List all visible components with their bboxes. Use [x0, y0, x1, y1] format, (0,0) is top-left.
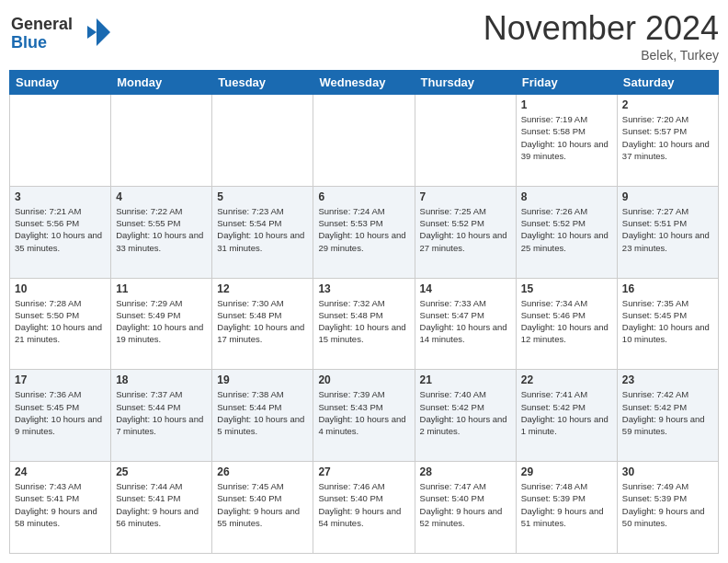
page: General Blue November 2024 Belek, Turkey… — [0, 0, 728, 563]
day-info: Sunrise: 7:33 AMSunset: 5:47 PMDaylight:… — [420, 297, 511, 346]
day-number: 15 — [521, 282, 612, 295]
day-info: Sunrise: 7:42 AMSunset: 5:42 PMDaylight:… — [622, 388, 713, 437]
day-info: Sunrise: 7:37 AMSunset: 5:44 PMDaylight:… — [116, 388, 207, 437]
day-info: Sunrise: 7:47 AMSunset: 5:40 PMDaylight:… — [420, 480, 511, 529]
col-wednesday: Wednesday — [313, 71, 415, 95]
day-number: 23 — [622, 373, 713, 386]
day-number: 9 — [622, 190, 713, 203]
calendar-cell: 25Sunrise: 7:44 AMSunset: 5:41 PMDayligh… — [111, 462, 212, 554]
calendar-cell: 30Sunrise: 7:49 AMSunset: 5:39 PMDayligh… — [617, 462, 718, 554]
day-info: Sunrise: 7:40 AMSunset: 5:42 PMDaylight:… — [420, 388, 511, 437]
day-number: 7 — [420, 190, 511, 203]
col-monday: Monday — [111, 71, 212, 95]
day-number: 3 — [15, 190, 106, 203]
calendar-cell: 28Sunrise: 7:47 AMSunset: 5:40 PMDayligh… — [415, 462, 516, 554]
calendar-cell: 29Sunrise: 7:48 AMSunset: 5:39 PMDayligh… — [516, 462, 617, 554]
calendar-body: 1Sunrise: 7:19 AMSunset: 5:58 PMDaylight… — [10, 95, 719, 554]
day-info: Sunrise: 7:22 AMSunset: 5:55 PMDaylight:… — [116, 205, 207, 254]
calendar-cell: 13Sunrise: 7:32 AMSunset: 5:48 PMDayligh… — [313, 278, 415, 370]
day-number: 2 — [622, 98, 713, 111]
col-friday: Friday — [516, 71, 617, 95]
day-info: Sunrise: 7:21 AMSunset: 5:56 PMDaylight:… — [15, 205, 106, 254]
calendar-cell: 15Sunrise: 7:34 AMSunset: 5:46 PMDayligh… — [516, 278, 617, 370]
calendar-cell: 18Sunrise: 7:37 AMSunset: 5:44 PMDayligh… — [111, 370, 212, 462]
logo-icon: General Blue — [9, 9, 110, 55]
calendar-cell — [212, 95, 313, 187]
day-number: 13 — [318, 282, 409, 295]
calendar-week-4: 17Sunrise: 7:36 AMSunset: 5:45 PMDayligh… — [10, 370, 719, 462]
day-info: Sunrise: 7:44 AMSunset: 5:41 PMDaylight:… — [116, 480, 207, 529]
title-area: November 2024 Belek, Turkey — [483, 9, 719, 63]
day-info: Sunrise: 7:43 AMSunset: 5:41 PMDaylight:… — [15, 480, 106, 529]
day-number: 21 — [420, 373, 511, 386]
day-number: 28 — [420, 465, 511, 478]
day-number: 16 — [622, 282, 713, 295]
day-info: Sunrise: 7:34 AMSunset: 5:46 PMDaylight:… — [521, 297, 612, 346]
day-number: 29 — [521, 465, 612, 478]
day-info: Sunrise: 7:49 AMSunset: 5:39 PMDaylight:… — [622, 480, 713, 529]
calendar-week-2: 3Sunrise: 7:21 AMSunset: 5:56 PMDaylight… — [10, 186, 719, 278]
calendar-cell — [415, 95, 516, 187]
calendar-cell: 11Sunrise: 7:29 AMSunset: 5:49 PMDayligh… — [111, 278, 212, 370]
calendar-cell: 23Sunrise: 7:42 AMSunset: 5:42 PMDayligh… — [617, 370, 718, 462]
day-info: Sunrise: 7:19 AMSunset: 5:58 PMDaylight:… — [521, 113, 612, 162]
day-number: 17 — [15, 373, 106, 386]
day-info: Sunrise: 7:48 AMSunset: 5:39 PMDaylight:… — [521, 480, 612, 529]
day-info: Sunrise: 7:20 AMSunset: 5:57 PMDaylight:… — [622, 113, 713, 162]
calendar-cell: 16Sunrise: 7:35 AMSunset: 5:45 PMDayligh… — [617, 278, 718, 370]
calendar-cell: 1Sunrise: 7:19 AMSunset: 5:58 PMDaylight… — [516, 95, 617, 187]
calendar-cell: 17Sunrise: 7:36 AMSunset: 5:45 PMDayligh… — [10, 370, 111, 462]
day-number: 1 — [521, 98, 612, 111]
day-number: 11 — [116, 282, 207, 295]
calendar-cell: 20Sunrise: 7:39 AMSunset: 5:43 PMDayligh… — [313, 370, 415, 462]
svg-marker-3 — [87, 26, 97, 39]
calendar-cell: 9Sunrise: 7:27 AMSunset: 5:51 PMDaylight… — [617, 186, 718, 278]
col-sunday: Sunday — [10, 71, 111, 95]
day-number: 19 — [217, 373, 308, 386]
col-saturday: Saturday — [617, 71, 718, 95]
day-info: Sunrise: 7:23 AMSunset: 5:54 PMDaylight:… — [217, 205, 308, 254]
day-number: 20 — [318, 373, 409, 386]
calendar-header-row: Sunday Monday Tuesday Wednesday Thursday… — [10, 71, 719, 95]
day-info: Sunrise: 7:30 AMSunset: 5:48 PMDaylight:… — [217, 297, 308, 346]
col-thursday: Thursday — [415, 71, 516, 95]
calendar-cell: 21Sunrise: 7:40 AMSunset: 5:42 PMDayligh… — [415, 370, 516, 462]
calendar-cell: 26Sunrise: 7:45 AMSunset: 5:40 PMDayligh… — [212, 462, 313, 554]
svg-text:General: General — [11, 15, 73, 33]
calendar-cell: 4Sunrise: 7:22 AMSunset: 5:55 PMDaylight… — [111, 186, 212, 278]
calendar-cell: 8Sunrise: 7:26 AMSunset: 5:52 PMDaylight… — [516, 186, 617, 278]
location: Belek, Turkey — [483, 48, 719, 63]
day-number: 24 — [15, 465, 106, 478]
calendar-cell — [10, 95, 111, 187]
day-number: 18 — [116, 373, 207, 386]
calendar-week-1: 1Sunrise: 7:19 AMSunset: 5:58 PMDaylight… — [10, 95, 719, 187]
calendar-cell: 7Sunrise: 7:25 AMSunset: 5:52 PMDaylight… — [415, 186, 516, 278]
calendar-cell: 27Sunrise: 7:46 AMSunset: 5:40 PMDayligh… — [313, 462, 415, 554]
day-info: Sunrise: 7:24 AMSunset: 5:53 PMDaylight:… — [318, 205, 409, 254]
day-info: Sunrise: 7:45 AMSunset: 5:40 PMDaylight:… — [217, 480, 308, 529]
calendar-cell: 10Sunrise: 7:28 AMSunset: 5:50 PMDayligh… — [10, 278, 111, 370]
calendar-cell: 22Sunrise: 7:41 AMSunset: 5:42 PMDayligh… — [516, 370, 617, 462]
header: General Blue November 2024 Belek, Turkey — [9, 9, 719, 63]
day-info: Sunrise: 7:27 AMSunset: 5:51 PMDaylight:… — [622, 205, 713, 254]
day-number: 25 — [116, 465, 207, 478]
day-number: 5 — [217, 190, 308, 203]
day-number: 6 — [318, 190, 409, 203]
day-info: Sunrise: 7:41 AMSunset: 5:42 PMDaylight:… — [521, 388, 612, 437]
day-number: 27 — [318, 465, 409, 478]
calendar-cell: 19Sunrise: 7:38 AMSunset: 5:44 PMDayligh… — [212, 370, 313, 462]
day-info: Sunrise: 7:28 AMSunset: 5:50 PMDaylight:… — [15, 297, 106, 346]
logo-text: General Blue — [9, 9, 110, 59]
day-number: 26 — [217, 465, 308, 478]
calendar-cell: 5Sunrise: 7:23 AMSunset: 5:54 PMDaylight… — [212, 186, 313, 278]
calendar-cell: 3Sunrise: 7:21 AMSunset: 5:56 PMDaylight… — [10, 186, 111, 278]
col-tuesday: Tuesday — [212, 71, 313, 95]
day-number: 14 — [420, 282, 511, 295]
day-number: 12 — [217, 282, 308, 295]
month-title: November 2024 — [483, 9, 719, 48]
day-number: 22 — [521, 373, 612, 386]
calendar-cell: 12Sunrise: 7:30 AMSunset: 5:48 PMDayligh… — [212, 278, 313, 370]
calendar-cell — [313, 95, 415, 187]
day-info: Sunrise: 7:39 AMSunset: 5:43 PMDaylight:… — [318, 388, 409, 437]
calendar-week-5: 24Sunrise: 7:43 AMSunset: 5:41 PMDayligh… — [10, 462, 719, 554]
